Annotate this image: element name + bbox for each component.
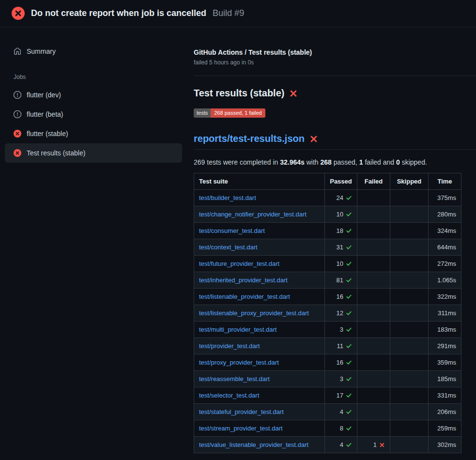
- check-icon: [346, 409, 352, 415]
- check-icon: [346, 310, 352, 316]
- col-test-suite: Test suite: [194, 173, 325, 190]
- time-cell: 359ms: [429, 354, 461, 371]
- section-title-text: Test results (stable): [194, 88, 284, 99]
- suite-link[interactable]: test/consumer_test.dart: [199, 227, 265, 234]
- failed-cell: [357, 404, 390, 420]
- sidebar-item-flutter-beta[interactable]: flutter (beta): [5, 105, 182, 124]
- skipped-cell: [390, 354, 429, 371]
- failed-cell: [357, 305, 390, 322]
- suite-cell: test/inherited_provider_test.dart: [194, 272, 325, 289]
- suite-cell: test/change_notifier_provider_test.dart: [194, 206, 325, 223]
- suite-link[interactable]: test/stream_provider_test.dart: [199, 425, 283, 432]
- check-icon: [346, 359, 352, 366]
- tests-badge: tests 268 passed, 1 failed: [194, 108, 265, 118]
- suite-cell: test/future_provider_test.dart: [194, 256, 325, 272]
- failed-cell: [357, 239, 390, 256]
- suite-link[interactable]: test/stateful_provider_test.dart: [199, 408, 284, 415]
- col-failed: Failed: [357, 173, 390, 190]
- failed-count: 1: [373, 441, 377, 448]
- skipped-cell: [390, 371, 429, 387]
- passed-count: 4: [340, 408, 343, 415]
- table-header-row: Test suite Passed Failed Skipped Time: [194, 173, 461, 190]
- suite-cell: test/selector_test.dart: [194, 387, 325, 404]
- time-cell: 322ms: [429, 289, 461, 305]
- summary-line: 269 tests were completed in 32.964s with…: [194, 158, 476, 166]
- failed-cell: 1: [357, 437, 390, 453]
- check-icon: [346, 392, 352, 399]
- passed-count: 11: [337, 342, 344, 350]
- suite-link[interactable]: test/change_notifier_provider_test.dart: [199, 211, 307, 218]
- check-icon: [346, 376, 352, 382]
- report-link[interactable]: reports/test-results.json: [194, 133, 305, 144]
- sidebar-job-label: flutter (dev): [27, 91, 61, 99]
- sidebar-item-flutter-stable[interactable]: flutter (stable): [5, 124, 182, 143]
- time-cell: 206ms: [429, 404, 461, 420]
- sidebar-job-label: flutter (beta): [27, 110, 63, 118]
- skipped-cell: [390, 256, 429, 272]
- suite-link[interactable]: test/context_test.dart: [199, 244, 258, 251]
- suite-link[interactable]: test/inherited_provider_test.dart: [199, 276, 288, 284]
- suite-link[interactable]: test/multi_provider_test.dart: [199, 326, 276, 333]
- passed-cell: 16: [325, 354, 357, 371]
- failed-cell: [357, 206, 390, 223]
- sidebar-job-label: Test results (stable): [27, 149, 85, 157]
- suite-link[interactable]: test/future_provider_test.dart: [199, 260, 279, 267]
- passed-cell: 31: [325, 239, 357, 256]
- skipped-cell: [390, 322, 429, 338]
- check-icon: [346, 293, 352, 300]
- passed-count: 8: [340, 425, 343, 432]
- sidebar-item-summary[interactable]: Summary: [5, 42, 182, 61]
- cancelled-icon: [14, 110, 21, 118]
- passed-cell: 4: [325, 437, 357, 453]
- suite-link[interactable]: test/reassemble_test.dart: [199, 375, 270, 383]
- skipped-cell: [390, 420, 429, 437]
- suite-cell: test/listenable_proxy_provider_test.dart: [194, 305, 325, 322]
- suite-link[interactable]: test/selector_test.dart: [199, 392, 259, 399]
- passed-count: 12: [337, 309, 343, 317]
- skipped-cell: [390, 437, 429, 453]
- suite-link[interactable]: test/listenable_proxy_provider_test.dart: [199, 309, 309, 317]
- passed-cell: 81: [325, 272, 357, 289]
- suite-cell: test/stateful_provider_test.dart: [194, 404, 325, 420]
- col-skipped: Skipped: [390, 173, 429, 190]
- failed-cell: [357, 256, 390, 272]
- suite-link[interactable]: test/value_listenable_provider_test.dart: [199, 441, 308, 448]
- passed-count: 3: [340, 375, 343, 383]
- test-results-table: Test suite Passed Failed Skipped Time te…: [194, 173, 461, 453]
- suite-cell: test/reassemble_test.dart: [194, 371, 325, 387]
- sidebar-item-flutter-dev[interactable]: flutter (dev): [5, 85, 182, 105]
- time-cell: 1.065s: [429, 272, 461, 289]
- check-icon: [346, 277, 352, 283]
- time-cell: 259ms: [429, 420, 461, 437]
- run-failed-icon: [12, 7, 25, 20]
- suite-cell: test/context_test.dart: [194, 239, 325, 256]
- passed-cell: 16: [325, 289, 357, 305]
- passed-cell: 17: [325, 387, 357, 404]
- table-row: test/listenable_proxy_provider_test.dart…: [194, 305, 461, 322]
- run-meta: failed 5 hours ago in 0s: [194, 59, 476, 66]
- home-icon: [14, 47, 21, 55]
- jobs-section-label: Jobs: [14, 74, 182, 80]
- failed-cell: [357, 387, 390, 404]
- suite-link[interactable]: test/proxy_provider_test.dart: [199, 359, 279, 366]
- table-row: test/context_test.dart31644ms: [194, 239, 461, 256]
- table-row: test/consumer_test.dart18324ms: [194, 223, 461, 239]
- failed-cell: [357, 190, 390, 206]
- check-icon: [346, 244, 352, 250]
- check-icon: [346, 326, 352, 333]
- failed-cell: [357, 289, 390, 305]
- table-row: test/selector_test.dart17331ms: [194, 387, 461, 404]
- passed-count: 16: [337, 293, 343, 300]
- table-row: test/provider_test.dart11291ms: [194, 338, 461, 354]
- suite-link[interactable]: test/builder_test.dart: [199, 194, 256, 201]
- sidebar-item-test-results-stable[interactable]: Test results (stable): [5, 143, 182, 163]
- passed-cell: 4: [325, 404, 357, 420]
- skipped-cell: [390, 206, 429, 223]
- suite-link[interactable]: test/listenable_provider_test.dart: [199, 293, 290, 300]
- failed-cell: [357, 354, 390, 371]
- table-row: test/listenable_provider_test.dart16322m…: [194, 289, 461, 305]
- suite-link[interactable]: test/provider_test.dart: [199, 342, 260, 350]
- check-icon: [346, 195, 352, 201]
- divider: [194, 76, 476, 76]
- passed-cell: 11: [325, 338, 357, 354]
